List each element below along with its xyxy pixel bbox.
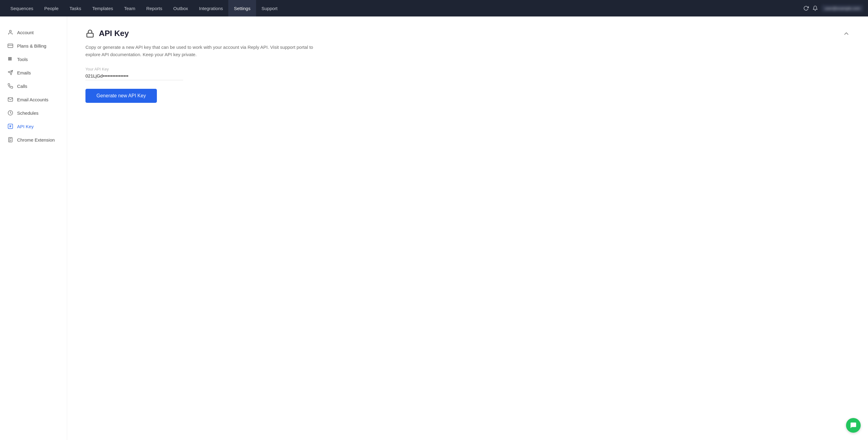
nav-item-integrations[interactable]: Integrations [193,0,228,17]
collapse-button[interactable] [843,30,850,37]
nav-item-team[interactable]: Team [119,0,141,17]
svg-point-4 [9,57,10,58]
section-title: API Key [86,29,129,38]
svg-point-3 [8,57,9,58]
sidebar-item-account-label: Account [17,30,34,35]
svg-point-9 [8,60,9,60]
bell-icon[interactable] [812,5,818,11]
svg-point-10 [9,60,10,60]
svg-rect-21 [87,33,93,37]
svg-point-5 [11,57,11,58]
page-body: Account Plans & Billing Tools [0,17,868,440]
calls-icon [7,83,13,89]
person-icon [7,29,13,35]
sidebar-item-api-key[interactable]: API Key [0,120,67,133]
nav-items: Sequences People Tasks Templates Team Re… [5,0,803,17]
sidebar-item-schedules-label: Schedules [17,111,38,116]
topnav-right: user@example.com [803,5,863,12]
svg-point-6 [8,58,9,59]
api-key-input-wrapper [86,73,183,80]
api-key-input[interactable] [86,73,183,78]
email-accounts-icon [7,96,13,102]
sidebar-item-tools-label: Tools [17,57,28,62]
api-key-form: Your API Key Generate new API Key [86,67,850,103]
sidebar: Account Plans & Billing Tools [0,17,67,440]
sidebar-item-plans-billing[interactable]: Plans & Billing [0,39,67,53]
sidebar-item-schedules[interactable]: Schedules [0,106,67,120]
nav-item-outbox[interactable]: Outbox [168,0,193,17]
sidebar-item-tools[interactable]: Tools [0,53,67,66]
nav-item-tasks[interactable]: Tasks [64,0,87,17]
refresh-icon[interactable] [803,5,809,11]
sidebar-item-plans-billing-label: Plans & Billing [17,43,46,49]
topnav: Sequences People Tasks Templates Team Re… [0,0,868,17]
chrome-icon [7,137,13,143]
user-email: user@example.com [822,5,863,12]
tools-icon [7,56,13,62]
nav-item-support[interactable]: Support [256,0,283,17]
email-icon [7,69,13,76]
main-content: API Key Copy or generate a new API key t… [67,17,868,440]
svg-point-11 [11,60,11,60]
nav-item-reports[interactable]: Reports [141,0,168,17]
sidebar-item-calls[interactable]: Calls [0,79,67,93]
svg-point-8 [11,58,11,59]
lock-icon [86,29,95,38]
billing-icon [7,43,13,49]
api-key-label: Your API Key [86,67,850,71]
svg-point-0 [9,30,11,32]
page-title: API Key [99,29,129,38]
section-header: API Key [86,29,850,38]
generate-api-key-button[interactable]: Generate new API Key [86,89,157,103]
section-description: Copy or generate a new API key that can … [86,44,323,58]
sidebar-item-emails[interactable]: Emails [0,66,67,79]
sidebar-item-emails-label: Emails [17,70,31,75]
sidebar-item-email-accounts-label: Email Accounts [17,97,49,102]
sidebar-item-calls-label: Calls [17,84,27,89]
nav-item-templates[interactable]: Templates [87,0,118,17]
chat-bubble[interactable] [846,418,861,433]
svg-point-7 [9,58,10,59]
nav-item-people[interactable]: People [39,0,64,17]
schedules-icon [7,110,13,116]
nav-item-settings[interactable]: Settings [228,0,256,17]
sidebar-item-account[interactable]: Account [0,26,67,39]
nav-item-sequences[interactable]: Sequences [5,0,39,17]
sidebar-item-email-accounts[interactable]: Email Accounts [0,93,67,106]
api-key-icon [7,123,13,129]
sidebar-item-chrome-extension-label: Chrome Extension [17,137,55,143]
svg-rect-1 [8,44,13,48]
sidebar-item-api-key-label: API Key [17,124,34,129]
sidebar-item-chrome-extension[interactable]: Chrome Extension [0,133,67,147]
